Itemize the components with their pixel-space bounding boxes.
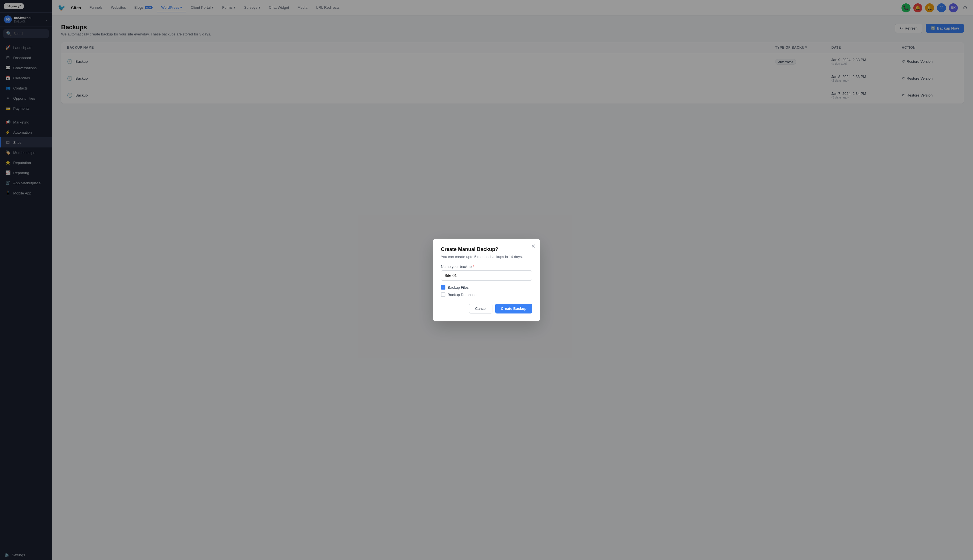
backup-name-label: Name your backup *	[441, 265, 532, 269]
cancel-button[interactable]: Cancel	[469, 303, 492, 313]
create-backup-button[interactable]: Create Backup	[495, 303, 532, 313]
modal-actions: Cancel Create Backup	[441, 303, 532, 313]
checkbox-group: ✓ Backup Files Backup Database	[441, 285, 532, 297]
backup-name-input[interactable]	[441, 270, 532, 280]
checkbox-checked-icon: ✓	[441, 285, 446, 290]
modal-close-button[interactable]: ✕	[531, 243, 536, 249]
backup-files-checkbox[interactable]: ✓ Backup Files	[441, 285, 532, 290]
create-backup-modal: ✕ Create Manual Backup? You can create u…	[433, 238, 540, 322]
checkbox-unchecked-icon	[441, 292, 446, 297]
modal-overlay: ✕ Create Manual Backup? You can create u…	[0, 0, 973, 560]
required-indicator: *	[473, 265, 474, 269]
modal-title: Create Manual Backup?	[441, 247, 532, 252]
backup-database-checkbox[interactable]: Backup Database	[441, 292, 532, 297]
modal-subtitle: You can create upto 5 manual backups in …	[441, 255, 532, 259]
